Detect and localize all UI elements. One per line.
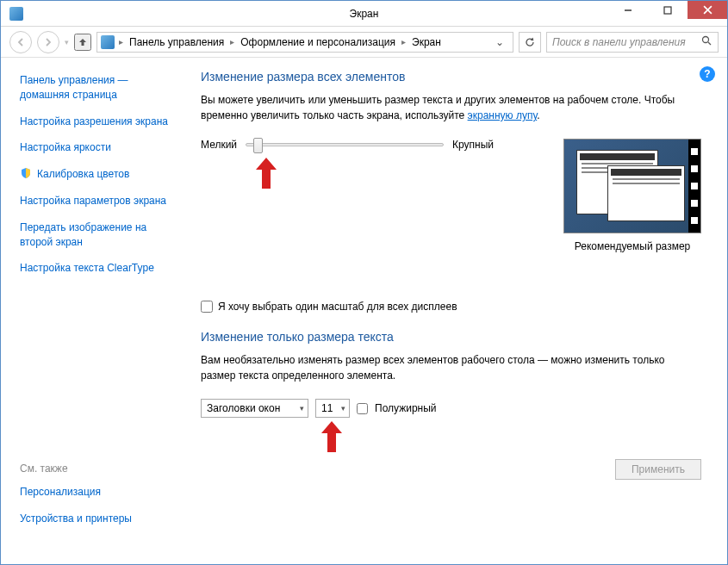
slider-min-label: Мелкий xyxy=(201,139,237,151)
annotation-arrow-icon xyxy=(254,158,278,189)
slider-thumb[interactable] xyxy=(253,138,263,153)
see-also-heading: См. также xyxy=(20,463,180,475)
main-area: Панель управления — домашняя страница На… xyxy=(1,58,727,564)
window-controls xyxy=(608,1,727,26)
preview-caption: Рекомендуемый размер xyxy=(563,240,701,252)
chevron-right-icon[interactable]: ▸ xyxy=(227,37,237,47)
help-icon[interactable]: ? xyxy=(700,66,715,82)
search-input[interactable] xyxy=(552,36,701,48)
breadcrumb-item[interactable]: Экран xyxy=(410,36,443,48)
maximize-button[interactable] xyxy=(648,1,688,19)
chevron-down-icon: ▾ xyxy=(341,404,345,413)
section-body-2: Вам необязательно изменять размер всех э… xyxy=(201,352,692,383)
sidebar-item-cleartype[interactable]: Настройка текста ClearType xyxy=(20,261,180,276)
sidebar-item-display-settings[interactable]: Настройка параметров экрана xyxy=(20,194,180,208)
window-title: Экран xyxy=(350,8,379,20)
magnifier-link[interactable]: экранную лупу xyxy=(468,109,538,121)
breadcrumb-root-icon xyxy=(101,35,115,49)
titlebar: Экран xyxy=(1,1,727,27)
minimize-button[interactable] xyxy=(608,1,648,19)
element-select[interactable]: Заголовки окон ▾ xyxy=(201,399,308,418)
history-dropdown-icon[interactable]: ▾ xyxy=(65,38,69,47)
bold-checkbox[interactable] xyxy=(357,403,368,414)
apply-button[interactable]: Применить xyxy=(615,459,701,480)
breadcrumb-item[interactable]: Панель управления xyxy=(128,36,226,48)
text-size-controls: Заголовки окон ▾ 11 ▾ Полужирный xyxy=(201,399,701,418)
search-icon[interactable] xyxy=(701,35,712,49)
chevron-right-icon[interactable]: ▸ xyxy=(116,37,126,47)
size-slider-block: Мелкий Крупный xyxy=(201,139,494,151)
size-slider[interactable] xyxy=(246,143,444,146)
sidebar-item-brightness[interactable]: Настройка яркости xyxy=(20,140,180,155)
size-select[interactable]: 11 ▾ xyxy=(315,399,350,418)
svg-point-4 xyxy=(703,36,709,42)
single-scale-label[interactable]: Я хочу выбрать один масштаб для всех дис… xyxy=(218,301,457,313)
sidebar-seealso-devices[interactable]: Устройства и принтеры xyxy=(20,512,180,526)
forward-button[interactable] xyxy=(37,31,59,53)
sidebar-item-resolution[interactable]: Настройка разрешения экрана xyxy=(20,115,180,129)
close-button[interactable] xyxy=(688,1,727,19)
up-button[interactable] xyxy=(74,34,91,51)
sidebar-footer: См. также Персонализация Устройства и пр… xyxy=(20,463,180,556)
slider-row: Мелкий Крупный Рекомендуемый размер xyxy=(201,139,701,252)
svg-line-5 xyxy=(708,42,711,45)
annotation-arrow-icon xyxy=(320,421,344,452)
back-button[interactable] xyxy=(9,31,32,53)
sidebar-item-home[interactable]: Панель управления — домашняя страница xyxy=(20,73,180,102)
sidebar-seealso-personalization[interactable]: Персонализация xyxy=(20,485,180,500)
slider-max-label: Крупный xyxy=(452,139,494,151)
content: ? Изменение размера всех элементов Вы мо… xyxy=(189,58,727,564)
preview-column: Рекомендуемый размер xyxy=(563,139,701,252)
single-scale-checkbox-row: Я хочу выбрать один масштаб для всех дис… xyxy=(201,301,701,313)
section-heading-size-all: Изменение размера всех элементов xyxy=(201,70,701,84)
sidebar: Панель управления — домашняя страница На… xyxy=(1,58,189,564)
breadcrumb-item[interactable]: Оформление и персонализация xyxy=(239,36,397,48)
search-box[interactable] xyxy=(546,32,719,53)
section-body: Вы можете увеличить или уменьшить размер… xyxy=(201,92,692,123)
bold-label[interactable]: Полужирный xyxy=(375,402,437,414)
chevron-down-icon[interactable]: ⌄ xyxy=(490,36,509,48)
apply-row: Применить xyxy=(201,459,701,480)
single-scale-checkbox[interactable] xyxy=(201,301,213,313)
refresh-button[interactable] xyxy=(519,32,541,53)
chevron-right-icon[interactable]: ▸ xyxy=(399,37,408,47)
app-icon xyxy=(9,7,23,21)
sidebar-item-project[interactable]: Передать изображение на второй экран xyxy=(20,220,180,250)
svg-rect-1 xyxy=(664,7,671,14)
section-heading-text-only: Изменение только размера текста xyxy=(201,330,701,344)
breadcrumb[interactable]: ▸ Панель управления ▸ Оформление и персо… xyxy=(96,32,513,53)
sidebar-item-calibrate[interactable]: Калибровка цветов xyxy=(20,167,180,182)
shield-icon xyxy=(20,167,32,179)
chevron-down-icon: ▾ xyxy=(300,404,304,413)
navbar: ▾ ▸ Панель управления ▸ Оформление и пер… xyxy=(1,27,727,58)
preview-image xyxy=(563,139,701,233)
